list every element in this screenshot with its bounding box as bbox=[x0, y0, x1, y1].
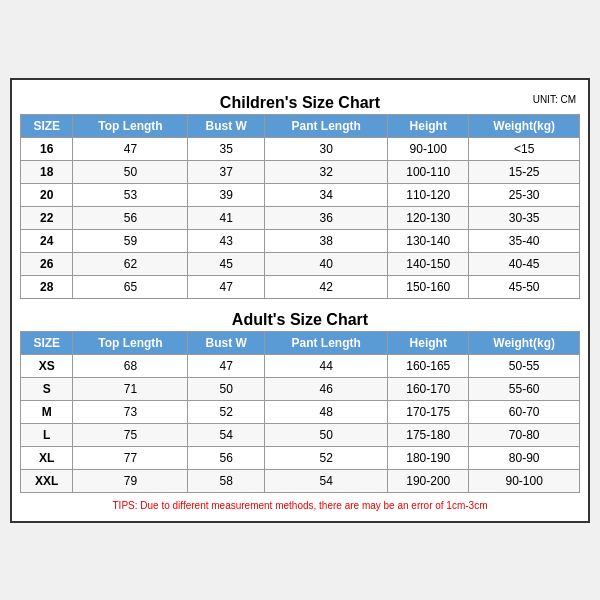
table-row: XL775652180-19080-90 bbox=[21, 446, 580, 469]
data-cell: 40-45 bbox=[469, 252, 580, 275]
data-cell: 50 bbox=[188, 377, 265, 400]
table-row: XS684744160-16550-55 bbox=[21, 354, 580, 377]
data-cell: 70-80 bbox=[469, 423, 580, 446]
data-cell: 34 bbox=[265, 183, 388, 206]
children-header-cell: Weight(kg) bbox=[469, 114, 580, 137]
size-cell: XXL bbox=[21, 469, 73, 492]
adult-header-cell: Weight(kg) bbox=[469, 331, 580, 354]
data-cell: 160-170 bbox=[388, 377, 469, 400]
data-cell: 100-110 bbox=[388, 160, 469, 183]
children-unit: UNIT: CM bbox=[533, 94, 576, 105]
data-cell: 52 bbox=[265, 446, 388, 469]
data-cell: 53 bbox=[73, 183, 188, 206]
data-cell: 30 bbox=[265, 137, 388, 160]
data-cell: 140-150 bbox=[388, 252, 469, 275]
data-cell: 25-30 bbox=[469, 183, 580, 206]
data-cell: 90-100 bbox=[469, 469, 580, 492]
data-cell: 15-25 bbox=[469, 160, 580, 183]
data-cell: 75 bbox=[73, 423, 188, 446]
adult-title: Adult's Size Chart bbox=[20, 305, 580, 331]
data-cell: 30-35 bbox=[469, 206, 580, 229]
size-cell: 18 bbox=[21, 160, 73, 183]
table-row: 28654742150-16045-50 bbox=[21, 275, 580, 298]
adult-header-cell: SIZE bbox=[21, 331, 73, 354]
table-row: 18503732100-11015-25 bbox=[21, 160, 580, 183]
children-table: SIZETop LengthBust WPant LengthHeightWei… bbox=[20, 114, 580, 299]
data-cell: 71 bbox=[73, 377, 188, 400]
size-cell: 16 bbox=[21, 137, 73, 160]
size-cell: 22 bbox=[21, 206, 73, 229]
table-row: 24594338130-14035-40 bbox=[21, 229, 580, 252]
table-row: L755450175-18070-80 bbox=[21, 423, 580, 446]
data-cell: 65 bbox=[73, 275, 188, 298]
adult-header-row: SIZETop LengthBust WPant LengthHeightWei… bbox=[21, 331, 580, 354]
data-cell: 54 bbox=[188, 423, 265, 446]
data-cell: 150-160 bbox=[388, 275, 469, 298]
data-cell: 50-55 bbox=[469, 354, 580, 377]
data-cell: 46 bbox=[265, 377, 388, 400]
data-cell: 45 bbox=[188, 252, 265, 275]
table-row: 22564136120-13030-35 bbox=[21, 206, 580, 229]
data-cell: 44 bbox=[265, 354, 388, 377]
adult-table: SIZETop LengthBust WPant LengthHeightWei… bbox=[20, 331, 580, 493]
data-cell: 35 bbox=[188, 137, 265, 160]
data-cell: 68 bbox=[73, 354, 188, 377]
data-cell: 32 bbox=[265, 160, 388, 183]
size-cell: 28 bbox=[21, 275, 73, 298]
data-cell: 43 bbox=[188, 229, 265, 252]
children-header-cell: Top Length bbox=[73, 114, 188, 137]
size-cell: 24 bbox=[21, 229, 73, 252]
data-cell: 54 bbox=[265, 469, 388, 492]
size-cell: XS bbox=[21, 354, 73, 377]
data-cell: 130-140 bbox=[388, 229, 469, 252]
data-cell: 45-50 bbox=[469, 275, 580, 298]
size-cell: M bbox=[21, 400, 73, 423]
data-cell: 50 bbox=[73, 160, 188, 183]
data-cell: <15 bbox=[469, 137, 580, 160]
data-cell: 62 bbox=[73, 252, 188, 275]
data-cell: 55-60 bbox=[469, 377, 580, 400]
data-cell: 120-130 bbox=[388, 206, 469, 229]
size-cell: 26 bbox=[21, 252, 73, 275]
data-cell: 77 bbox=[73, 446, 188, 469]
data-cell: 47 bbox=[73, 137, 188, 160]
data-cell: 39 bbox=[188, 183, 265, 206]
data-cell: 170-175 bbox=[388, 400, 469, 423]
data-cell: 47 bbox=[188, 275, 265, 298]
table-row: 20533934110-12025-30 bbox=[21, 183, 580, 206]
data-cell: 40 bbox=[265, 252, 388, 275]
data-cell: 35-40 bbox=[469, 229, 580, 252]
table-row: S715046160-17055-60 bbox=[21, 377, 580, 400]
data-cell: 42 bbox=[265, 275, 388, 298]
data-cell: 73 bbox=[73, 400, 188, 423]
data-cell: 58 bbox=[188, 469, 265, 492]
data-cell: 36 bbox=[265, 206, 388, 229]
adult-title-text: Adult's Size Chart bbox=[232, 311, 368, 328]
size-cell: S bbox=[21, 377, 73, 400]
data-cell: 47 bbox=[188, 354, 265, 377]
adult-header-cell: Height bbox=[388, 331, 469, 354]
tips-text: TIPS: Due to different measurement metho… bbox=[20, 498, 580, 513]
children-header-cell: Bust W bbox=[188, 114, 265, 137]
children-title: Children's Size Chart UNIT: CM bbox=[20, 88, 580, 114]
table-row: XXL795854190-20090-100 bbox=[21, 469, 580, 492]
data-cell: 175-180 bbox=[388, 423, 469, 446]
data-cell: 110-120 bbox=[388, 183, 469, 206]
children-title-text: Children's Size Chart bbox=[220, 94, 380, 111]
adult-header-cell: Top Length bbox=[73, 331, 188, 354]
children-header-cell: Pant Length bbox=[265, 114, 388, 137]
data-cell: 38 bbox=[265, 229, 388, 252]
data-cell: 190-200 bbox=[388, 469, 469, 492]
data-cell: 180-190 bbox=[388, 446, 469, 469]
data-cell: 56 bbox=[188, 446, 265, 469]
data-cell: 60-70 bbox=[469, 400, 580, 423]
size-cell: XL bbox=[21, 446, 73, 469]
data-cell: 79 bbox=[73, 469, 188, 492]
data-cell: 56 bbox=[73, 206, 188, 229]
table-row: M735248170-17560-70 bbox=[21, 400, 580, 423]
data-cell: 80-90 bbox=[469, 446, 580, 469]
size-cell: 20 bbox=[21, 183, 73, 206]
data-cell: 52 bbox=[188, 400, 265, 423]
size-cell: L bbox=[21, 423, 73, 446]
children-header-row: SIZETop LengthBust WPant LengthHeightWei… bbox=[21, 114, 580, 137]
